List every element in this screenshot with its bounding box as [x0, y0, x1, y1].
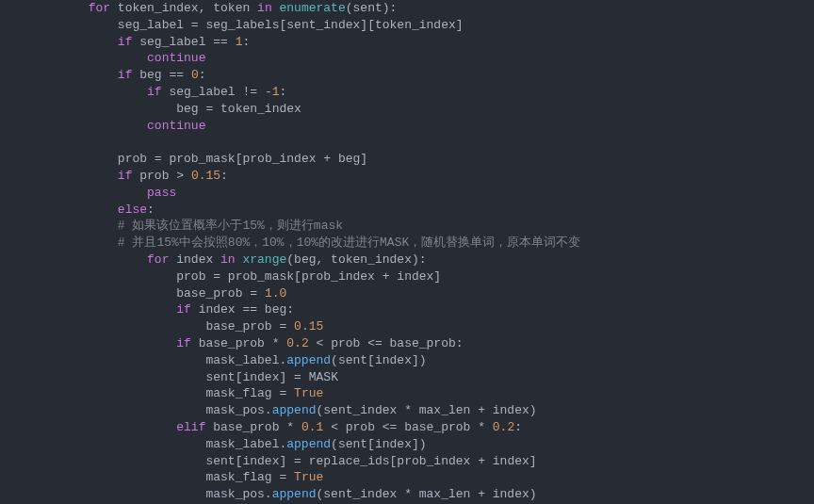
code-line[interactable]: prob = prob_mask[prob_index + index] [0, 268, 814, 285]
code-line[interactable]: pass [0, 185, 814, 202]
code-line[interactable]: elif base_prob * 0.1 < prob <= base_prob… [0, 419, 814, 436]
code-line[interactable]: if seg_label == 1: [0, 34, 814, 51]
code-line[interactable]: sent[index] = replace_ids[prob_index + i… [0, 453, 814, 470]
code-line[interactable]: sent[index] = MASK [0, 369, 814, 386]
code-line[interactable]: if beg == 0: [0, 67, 814, 84]
code-line[interactable]: if prob > 0.15: [0, 168, 814, 185]
code-line[interactable]: continue [0, 118, 814, 135]
code-line[interactable]: mask_label.append(sent[index]) [0, 352, 814, 369]
code-line[interactable]: mask_label.append(sent[index]) [0, 436, 814, 453]
code-line[interactable]: if seg_label != -1: [0, 84, 814, 101]
code-line[interactable]: if index == beg: [0, 301, 814, 318]
code-line[interactable]: base_prob = 1.0 [0, 285, 814, 302]
code-line[interactable]: if base_prob * 0.2 < prob <= base_prob: [0, 335, 814, 352]
code-line[interactable]: mask_pos.append(sent_index * max_len + i… [0, 486, 814, 503]
code-line[interactable]: # 并且15%中会按照80%，10%，10%的改进进行MASK，随机替换单词，原… [0, 235, 814, 252]
code-line[interactable]: else: [0, 202, 814, 219]
code-line[interactable]: seg_label = seg_labels[sent_index][token… [0, 17, 814, 34]
code-line[interactable]: for token_index, token in enumerate(sent… [0, 0, 814, 17]
code-line[interactable]: mask_pos.append(sent_index * max_len + i… [0, 402, 814, 419]
code-editor[interactable]: for token_index, token in enumerate(sent… [0, 0, 814, 503]
code-line[interactable]: continue [0, 50, 814, 67]
code-line[interactable] [0, 134, 814, 151]
code-line[interactable]: mask_flag = True [0, 385, 814, 402]
code-line[interactable]: # 如果该位置概率小于15%，则进行mask [0, 218, 814, 235]
code-line[interactable]: for index in xrange(beg, token_index): [0, 252, 814, 268]
code-line[interactable]: base_prob = 0.15 [0, 318, 814, 335]
code-line[interactable]: mask_flag = True [0, 469, 814, 486]
code-line[interactable]: prob = prob_mask[prob_index + beg] [0, 151, 814, 168]
code-line[interactable]: beg = token_index [0, 101, 814, 118]
